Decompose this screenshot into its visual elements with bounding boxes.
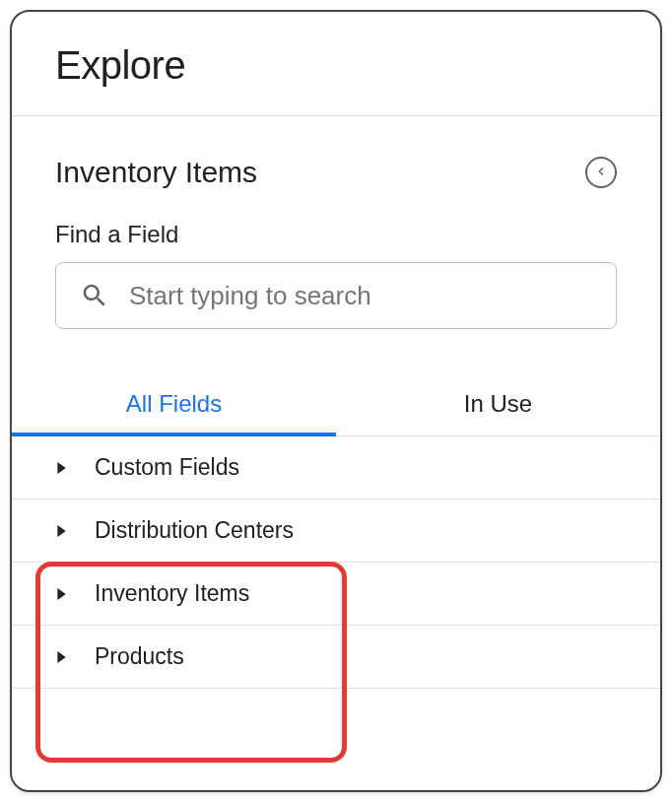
panel-title: Inventory Items [55, 156, 257, 189]
svg-marker-1 [57, 525, 65, 537]
tab-all-fields-label: All Fields [126, 390, 222, 417]
triangle-right-icon [55, 588, 67, 600]
svg-marker-0 [57, 462, 65, 474]
collapse-button[interactable] [585, 157, 617, 188]
search-label: Find a Field [55, 221, 617, 248]
field-list: Custom Fields Distribution Centers Inven… [12, 436, 660, 689]
triangle-right-icon [55, 525, 67, 537]
field-label: Inventory Items [95, 580, 249, 607]
field-item-custom-fields[interactable]: Custom Fields [12, 436, 660, 500]
tab-in-use-label: In Use [464, 390, 532, 417]
field-label: Custom Fields [95, 454, 239, 481]
search-icon [80, 281, 109, 310]
search-field-wrapper[interactable] [55, 262, 617, 329]
page-title: Explore [55, 43, 617, 88]
svg-marker-2 [57, 588, 65, 600]
field-item-products[interactable]: Products [12, 626, 660, 689]
search-input[interactable] [129, 263, 616, 328]
field-label: Distribution Centers [95, 517, 294, 544]
tab-in-use[interactable]: In Use [336, 376, 660, 435]
triangle-right-icon [55, 651, 67, 663]
triangle-right-icon [55, 462, 67, 474]
svg-marker-3 [57, 651, 65, 663]
field-item-distribution-centers[interactable]: Distribution Centers [12, 500, 660, 563]
chevron-left-icon [594, 165, 608, 181]
tab-all-fields[interactable]: All Fields [12, 376, 336, 435]
field-label: Products [95, 643, 184, 670]
field-item-inventory-items[interactable]: Inventory Items [12, 563, 660, 626]
